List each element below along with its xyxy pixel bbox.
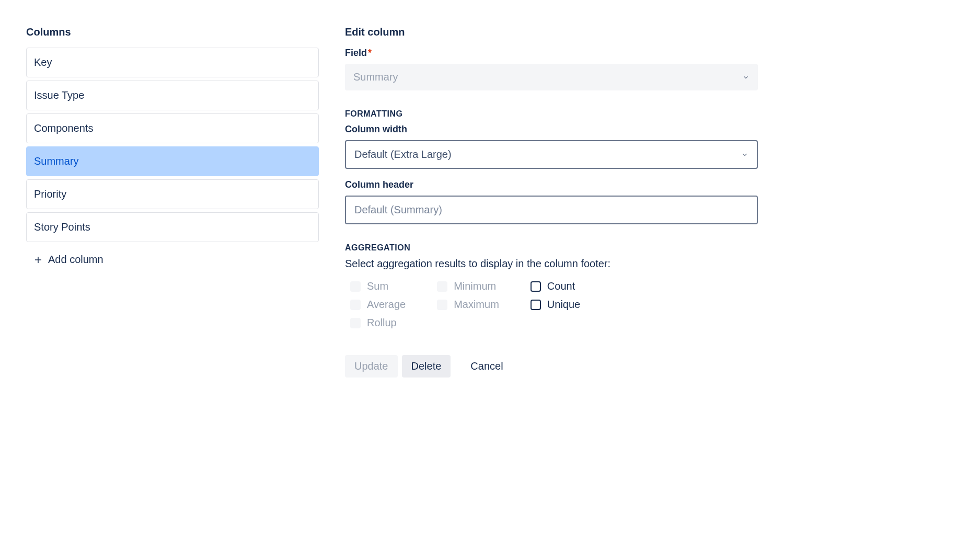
add-column-label: Add column [48,254,103,266]
width-label: Column width [345,124,758,135]
cancel-button[interactable]: Cancel [461,355,512,378]
add-column-button[interactable]: Add column [26,246,319,273]
button-row: Update Delete Cancel [345,355,758,378]
check-sum: Sum [350,280,406,292]
edit-panel: Edit column Field* Summary FORMATTING Co… [345,26,758,378]
header-input[interactable] [345,196,758,224]
checkbox-icon [437,300,447,310]
required-star: * [368,48,372,58]
column-item-summary[interactable]: Summary [26,146,319,176]
columns-panel: Columns Key Issue Type Components Summar… [26,26,319,378]
columns-title: Columns [26,26,319,38]
formatting-title: FORMATTING [345,109,758,119]
column-item-priority[interactable]: Priority [26,179,319,209]
field-select: Summary [345,64,758,90]
delete-button[interactable]: Delete [402,355,451,378]
check-count[interactable]: Count [531,280,580,292]
column-item-components[interactable]: Components [26,113,319,143]
check-minimum: Minimum [437,280,499,292]
column-item-issuetype[interactable]: Issue Type [26,81,319,110]
update-button: Update [345,355,398,378]
aggregation-title: AGGREGATION [345,243,758,253]
check-rollup: Rollup [350,317,406,329]
checkbox-icon [437,281,447,292]
column-item-storypoints[interactable]: Story Points [26,212,319,242]
width-select[interactable]: Default (Extra Large) [345,140,758,169]
checkbox-icon [350,318,361,328]
column-list: Key Issue Type Components Summary Priori… [26,48,319,242]
chevron-down-icon [742,74,750,81]
chevron-down-icon [741,151,748,158]
checkbox-icon[interactable] [531,300,541,310]
check-unique[interactable]: Unique [531,299,580,311]
aggregation-checkboxes: Sum Average Rollup Minimum Max [350,280,758,329]
check-maximum: Maximum [437,299,499,311]
column-item-key[interactable]: Key [26,48,319,77]
field-label: Field* [345,48,758,59]
checkbox-icon [350,281,361,292]
plus-icon [33,255,43,265]
width-select-value: Default (Extra Large) [354,148,452,161]
checkbox-icon[interactable] [531,281,541,292]
field-select-value: Summary [353,71,398,83]
check-average: Average [350,299,406,311]
checkbox-icon [350,300,361,310]
edit-title: Edit column [345,26,758,38]
header-label: Column header [345,179,758,190]
aggregation-help: Select aggregation results to display in… [345,258,758,270]
